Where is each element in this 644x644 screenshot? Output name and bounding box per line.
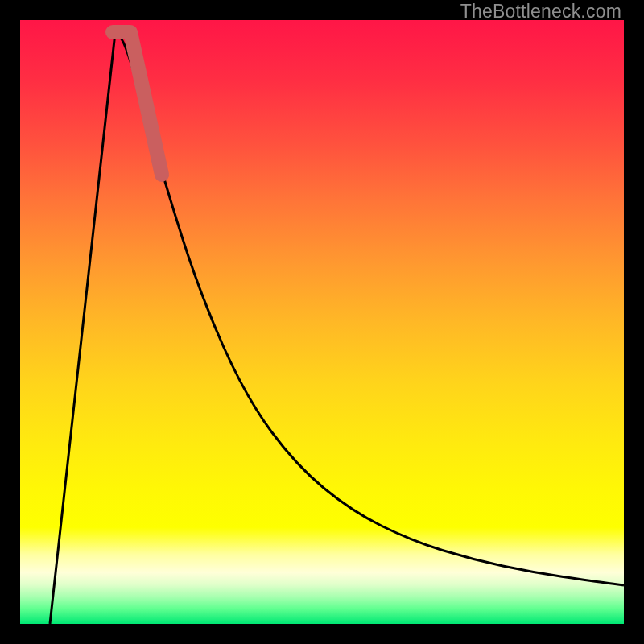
- black-v-curve: [50, 33, 624, 624]
- plot-frame: [20, 20, 624, 624]
- watermark-text: TheBottleneck.com: [460, 1, 621, 23]
- red-tick-marker: [113, 32, 162, 175]
- curve-layer: [20, 20, 624, 624]
